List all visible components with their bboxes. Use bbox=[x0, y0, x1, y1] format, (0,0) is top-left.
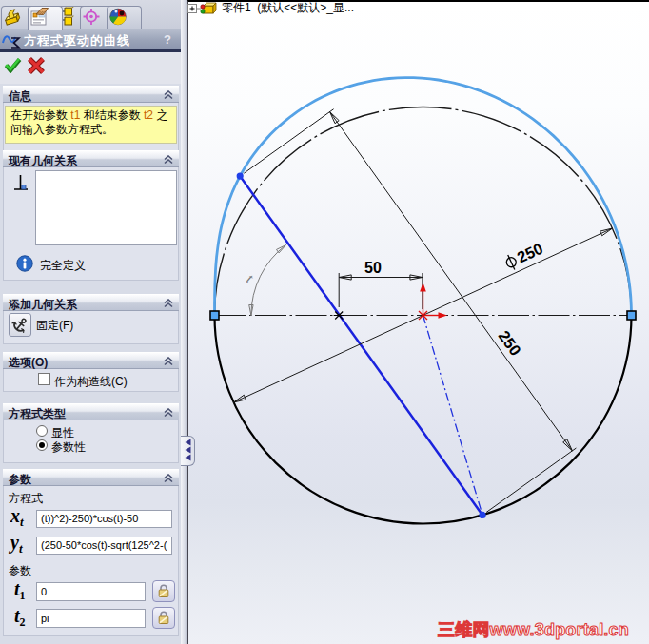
svg-text:250: 250 bbox=[515, 240, 546, 266]
svg-text:250: 250 bbox=[496, 327, 525, 359]
svg-text:50: 50 bbox=[364, 260, 382, 276]
svg-text:t: t bbox=[245, 270, 257, 286]
